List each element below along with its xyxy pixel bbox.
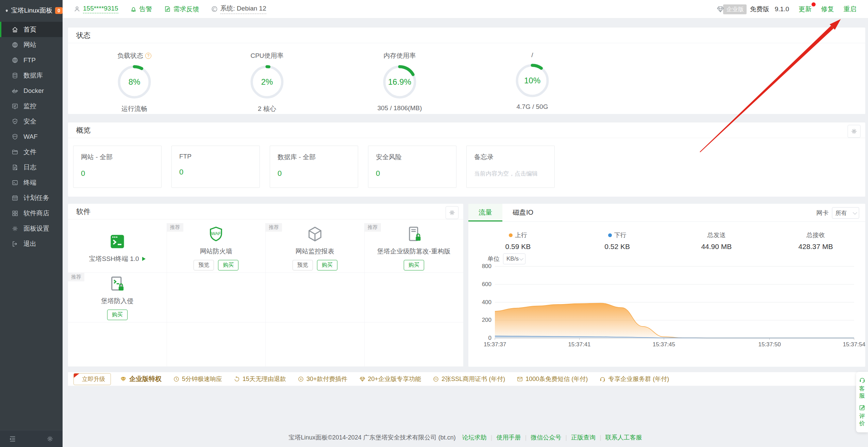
traffic-panel: 流量 磁盘IO 网卡 所有 上行 0.59 KB 下行 0.52 KB 总发送 …	[468, 204, 865, 367]
sidebar-item-files[interactable]: 文件	[0, 144, 63, 160]
sidebar-item-ftp[interactable]: FTP	[0, 52, 63, 68]
nic-select[interactable]: 所有	[832, 207, 859, 219]
x-axis-tick: 15:37:41	[568, 341, 590, 348]
cube-icon	[306, 225, 324, 243]
software-item-monitor-report[interactable]: 推荐 网站监控报表 预览 购买	[266, 223, 365, 273]
software-item-waf[interactable]: 推荐 网站防火墙 预览 购买	[167, 223, 266, 273]
sidebar-item-appstore[interactable]: 软件商店	[0, 205, 63, 221]
buy-button[interactable]: 购买	[317, 260, 337, 270]
clock-icon	[173, 376, 180, 382]
play-icon[interactable]	[142, 257, 146, 261]
repair-link[interactable]: 修复	[821, 5, 834, 14]
sidebar: 宝塔Linux面板 0 首页 网站 FTP 数据库 Docker 监控 安全 W…	[0, 0, 63, 447]
buy-button[interactable]: 购买	[404, 260, 424, 270]
recommend-badge: 推荐	[68, 273, 84, 281]
home-icon	[12, 26, 18, 33]
customer-service-button[interactable]: 客服	[856, 377, 868, 399]
stat-label: 总接收	[806, 231, 825, 239]
perk-text: 20+企业版专享功能	[368, 375, 421, 383]
footer-link-wechat[interactable]: 微信公众号	[531, 434, 561, 441]
feedback-doc-icon	[164, 5, 171, 13]
enterprise-upgrade-tag[interactable]: 企业版	[716, 4, 747, 14]
card-memo[interactable]: 备忘录当前内容为空，点击编辑	[466, 146, 555, 188]
tab-traffic[interactable]: 流量	[468, 204, 502, 221]
sidebar-item-cron[interactable]: 计划任务	[0, 190, 63, 205]
help-icon[interactable]: ?	[145, 53, 151, 59]
card-ftp[interactable]: FTP0	[171, 146, 260, 188]
plugin-icon	[298, 376, 304, 382]
restart-link[interactable]: 重启	[844, 5, 856, 14]
log-icon	[12, 164, 18, 171]
x-axis-tick: 15:37:45	[653, 341, 675, 348]
system-info[interactable]: 系统: Debian 12	[211, 4, 266, 14]
perk-refund: 15天无理由退款	[234, 375, 286, 383]
topbar: 155****9315 告警 需求反馈 系统: Debian 12 企业版 免费…	[63, 0, 868, 18]
sidebar-item-label: 计划任务	[23, 194, 49, 202]
sidebar-gear-icon[interactable]	[46, 435, 54, 443]
software-item-intrusion-prevention[interactable]: 推荐 堡塔防入侵 购买	[68, 273, 167, 322]
buy-button[interactable]: 购买	[107, 310, 128, 320]
sidebar-item-monitor[interactable]: 监控	[0, 98, 63, 114]
sidebar-item-settings[interactable]: 面板设置	[0, 221, 63, 236]
divider: |	[491, 434, 493, 441]
bt-panel-app: 宝塔Linux面板 0 首页 网站 FTP 数据库 Docker 监控 安全 W…	[0, 0, 868, 447]
sidebar-item-website[interactable]: 网站	[0, 37, 63, 52]
shield-icon	[12, 118, 18, 125]
footer: 宝塔Linux面板©2014-2024 广东堡塔安全技术有限公司 (bt.cn)…	[63, 433, 868, 442]
footer-link-forum[interactable]: 论坛求助	[462, 434, 487, 441]
feedback-label: 需求反馈	[173, 5, 199, 14]
sidebar-item-terminal[interactable]: 终端	[0, 175, 63, 190]
software-item-ssh-terminal[interactable]: 宝塔SSH终端 1.0	[68, 223, 167, 273]
gauge-subtext: 4.7G / 50G	[466, 103, 599, 111]
card-value: 0	[376, 169, 449, 178]
sidebar-item-logs[interactable]: 日志	[0, 160, 63, 175]
feedback-link[interactable]: 需求反馈	[164, 5, 199, 14]
gauge-load: 负载状态? 8% 运行流畅	[68, 43, 201, 113]
globe-icon	[12, 42, 18, 48]
review-button[interactable]: 评价	[856, 404, 868, 427]
sidebar-item-home[interactable]: 首页	[0, 22, 63, 37]
sidebar-item-waf[interactable]: WAF	[0, 129, 63, 144]
software-item-tamper-proof[interactable]: 推荐 堡塔企业级防篡改-重构版 购买	[365, 223, 464, 273]
x-axis-tick: 15:37:54	[843, 341, 865, 348]
folder-icon	[12, 149, 18, 155]
diamond-icon	[359, 376, 366, 382]
review-label: 评价	[859, 413, 865, 427]
y-axis-tick: 0	[473, 335, 491, 342]
user-account-link[interactable]: 155****9315	[73, 5, 118, 13]
stat-label: 总发送	[707, 231, 725, 239]
update-link[interactable]: 更新	[799, 5, 812, 14]
card-databases[interactable]: 数据库 - 全部0	[270, 146, 358, 188]
collapse-sidebar-icon[interactable]	[9, 435, 16, 443]
unit-select[interactable]: KB/s	[503, 253, 525, 264]
tab-disk-io[interactable]: 磁盘IO	[502, 204, 544, 221]
sidebar-item-docker[interactable]: Docker	[0, 83, 63, 98]
app-logo: 宝塔Linux面板 0	[0, 0, 63, 21]
footer-link-genuine-check[interactable]: 正版查询	[571, 434, 596, 441]
preview-button[interactable]: 预览	[194, 260, 214, 270]
sidebar-item-security[interactable]: 安全	[0, 114, 63, 129]
software-name: 宝塔SSH终端 1.0	[89, 254, 139, 263]
preview-button[interactable]: 预览	[293, 260, 313, 270]
sidebar-item-database[interactable]: 数据库	[0, 68, 63, 83]
ssl-badge-icon	[433, 376, 439, 382]
software-settings-button[interactable]	[446, 206, 458, 219]
upgrade-now-button[interactable]: 立即升级	[73, 373, 111, 385]
server-lock-icon	[405, 225, 423, 243]
sidebar-item-logout[interactable]: 退出	[0, 236, 63, 251]
perk-service-group: 专享企业服务群 (年付)	[599, 375, 669, 383]
card-websites[interactable]: 网站 - 全部0	[73, 146, 162, 188]
gauges-row: 负载状态? 8% 运行流畅 CPU使用率 2% 2 核心 内	[68, 43, 865, 113]
alarm-link[interactable]: 告警	[130, 5, 152, 14]
copyright-text: 宝塔Linux面板©2014-2024 广东堡塔安全技术有限公司 (bt.cn)	[288, 434, 455, 441]
cpu-gauge-ring: 2%	[249, 64, 285, 100]
update-label: 更新	[799, 5, 812, 13]
overview-settings-button[interactable]	[848, 125, 861, 138]
sidebar-item-label: 面板设置	[23, 224, 49, 233]
footer-link-manual[interactable]: 使用手册	[497, 434, 521, 441]
sidebar-item-label: FTP	[23, 56, 36, 64]
buy-button[interactable]: 购买	[218, 260, 238, 270]
card-security-risk[interactable]: 安全风险0	[368, 146, 456, 188]
footer-link-support[interactable]: 联系人工客服	[605, 434, 642, 441]
load-gauge-ring: 8%	[117, 64, 152, 100]
